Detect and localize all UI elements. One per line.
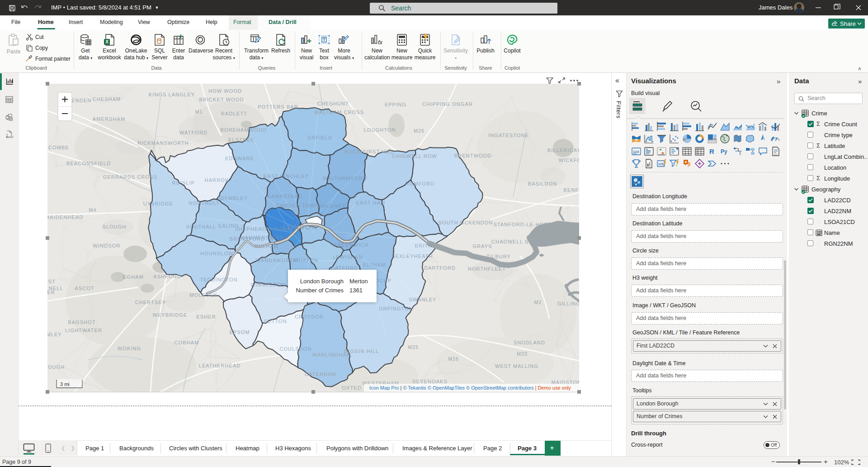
svg-text:ER: ER (47, 290, 55, 295)
svg-text:Merton: Merton (349, 278, 368, 285)
svg-text:MAIDENHEAD: MAIDENHEAD (47, 214, 83, 220)
svg-text:KINGS LANGLEY: KINGS LANGLEY (149, 92, 195, 97)
svg-text:LONDON: LONDON (283, 223, 317, 231)
svg-text:HARROW: HARROW (205, 177, 231, 183)
svg-text:COBHAM: COBHAM (175, 340, 199, 345)
svg-text:SOUTH OCKENDON: SOUTH OCKENDON (439, 220, 493, 225)
svg-text:BRICKET WOOD: BRICKET WOOD (199, 97, 244, 102)
svg-text:M4: M4 (89, 207, 97, 213)
svg-text:SEVENOAKS: SEVENOAKS (412, 379, 448, 384)
svg-text:BIGGIN HILL: BIGGIN HILL (344, 348, 379, 354)
svg-text:EPPING: EPPING (385, 102, 406, 107)
svg-text:EAST FINCHLEY: EAST FINCHLEY (264, 173, 309, 179)
svg-text:EDGWARE: EDGWARE (225, 156, 254, 161)
svg-text:BUCKHURST HILL: BUCKHURST HILL (344, 149, 394, 154)
svg-text:ST: ST (48, 279, 56, 284)
svg-text:WALTHAMSTOW: WALTHAMSTOW (323, 176, 368, 181)
svg-text:HAMMERSMITH: HAMMERSMITH (241, 235, 283, 240)
svg-text:WEYBRIDGE: WEYBRIDGE (152, 312, 187, 318)
svg-text:DAX: DAX (6, 135, 12, 138)
svg-text:LEATHERHEAD: LEATHERHEAD (199, 363, 241, 368)
svg-text:OXTED: OXTED (342, 385, 361, 391)
svg-text:X: X (105, 39, 108, 44)
svg-text:SWANLEY: SWANLEY (409, 297, 436, 302)
svg-text:ELSTREE: ELSTREE (228, 137, 255, 143)
svg-text:WANDSWORTH: WANDSWORTH (256, 257, 298, 263)
svg-text:HACKNEY: HACKNEY (319, 203, 346, 209)
svg-text:M1: M1 (195, 109, 203, 114)
svg-text:MOLESEY: MOLESEY (190, 292, 217, 298)
svg-text:ROMFORD: ROMFORD (406, 181, 435, 186)
svg-text:123: 123 (658, 162, 664, 166)
svg-text:SNODLAND: SNODLAND (514, 340, 545, 345)
svg-text:CHESHAM: CHESHAM (93, 96, 121, 102)
svg-text:3 mi: 3 mi (60, 381, 70, 387)
svg-text:Py: Py (721, 148, 727, 155)
svg-text:M2: M2 (534, 300, 542, 305)
svg-text:BAGSHOT: BAGSHOT (68, 319, 96, 325)
svg-text:M26: M26 (448, 356, 459, 362)
svg-text:CHESHUNT: CHESHUNT (317, 101, 349, 106)
svg-text:GILLINGH: GILLINGH (557, 301, 579, 306)
svg-text:RICKMANSWORTH: RICKMANSWORTH (137, 140, 189, 146)
svg-text:EAST HAM: EAST HAM (356, 200, 386, 205)
svg-text:SLOUGH: SLOUGH (102, 224, 126, 229)
svg-text:WALTHAM CROSS: WALTHAM CROSS (314, 110, 364, 115)
svg-text:CROYDON: CROYDON (295, 314, 324, 319)
svg-text:WICKFORD: WICKFORD (559, 157, 579, 163)
svg-text:WINDSOR: WINDSOR (93, 243, 121, 248)
svg-text:HOW WOOD: HOW WOOD (208, 88, 242, 94)
svg-text:1361: 1361 (349, 287, 363, 294)
svg-text:M20: M20 (517, 351, 528, 357)
svg-text:SOUTHALL: SOUTHALL (186, 224, 217, 229)
svg-text:HOUNSLOW: HOUNSLOW (200, 251, 234, 256)
svg-text:FULHAM: FULHAM (255, 243, 278, 249)
svg-text:ROUGH: ROUGH (47, 364, 65, 370)
svg-text:TEDDINGTON: TEDDINGTON (200, 277, 238, 282)
svg-text:CAMDEN TOWN: CAMDEN TOWN (276, 203, 319, 208)
svg-text:SUTTON: SUTTON (264, 319, 287, 324)
svg-text:RUISLIP: RUISLIP (172, 180, 195, 186)
svg-text:CATERHAM: CATERHAM (305, 372, 336, 377)
svg-text:SHEPHERD'S BUSH: SHEPHERD'S BUSH (235, 226, 290, 232)
svg-text:CHIPPING ONGAR: CHIPPING ONGAR (422, 101, 473, 107)
svg-text:ESHER: ESHER (196, 314, 216, 319)
svg-text:ENFIELD: ENFIELD (308, 135, 332, 140)
svg-text:CHIGWELL ROW: CHIGWELL ROW (392, 153, 437, 159)
svg-text:NORTHFLEET: NORTHFLEET (468, 266, 506, 272)
svg-text:GRAYS: GRAYS (472, 243, 492, 249)
svg-text:RADLETT: RADLETT (221, 111, 247, 116)
svg-text:LIGHTWATER: LIGHTWATER (65, 328, 102, 333)
svg-text:WATFORD: WATFORD (179, 130, 208, 135)
svg-text:ORPINGTON: ORPINGTON (379, 306, 413, 311)
svg-text:ELTHAM: ELTHAM (363, 262, 386, 267)
svg-text:BENFL: BENFL (564, 187, 579, 193)
svg-text:COMBE: COMBE (48, 145, 69, 150)
svg-text:M25: M25 (408, 344, 419, 350)
svg-text:123: 123 (633, 150, 639, 154)
svg-text:NORTHOLT: NORTHOLT (189, 200, 220, 206)
svg-text:GREENWICH: GREENWICH (333, 242, 368, 248)
svg-text:RIMLEY: RIMLEY (47, 332, 62, 337)
svg-text:BEACONSFIELD: BEACONSFIELD (66, 161, 111, 166)
svg-text:AMERSHAM: AMERSHAM (93, 116, 125, 122)
svg-text:ASHFORD: ASHFORD (153, 274, 181, 279)
svg-text:COULSDON: COULSDON (279, 346, 311, 352)
svg-text:WOKING: WOKING (118, 346, 141, 351)
svg-text:TILBURY: TILBURY (486, 254, 511, 259)
svg-text:BEXLEYHEATH: BEXLEYHEATH (392, 253, 433, 259)
svg-text:LOUGHTON: LOUGHTON (364, 127, 396, 133)
svg-text:EPSOM: EPSOM (229, 329, 250, 335)
svg-text:BASILDON: BASILDON (528, 181, 557, 186)
svg-text:CHERTSEY: CHERTSEY (135, 300, 166, 305)
svg-text:WEST MALLING: WEST MALLING (495, 363, 538, 369)
svg-text:London Borough: London Borough (300, 278, 344, 285)
svg-text:WIMBLEDON: WIMBLEDON (250, 282, 286, 287)
svg-text:Number of Crimes: Number of Crimes (296, 287, 344, 294)
svg-text:BILLERICAY: BILLERICAY (547, 148, 579, 153)
svg-text:BOREHAMWOOD: BOREHAMWOOD (220, 127, 267, 133)
svg-text:GERRARDS CROSS: GERRARDS CROSS (103, 174, 157, 180)
svg-text:ERITH: ERITH (415, 243, 433, 248)
svg-text:POTTERS BAR: POTTERS BAR (258, 104, 298, 110)
svg-text:M25: M25 (414, 128, 425, 133)
